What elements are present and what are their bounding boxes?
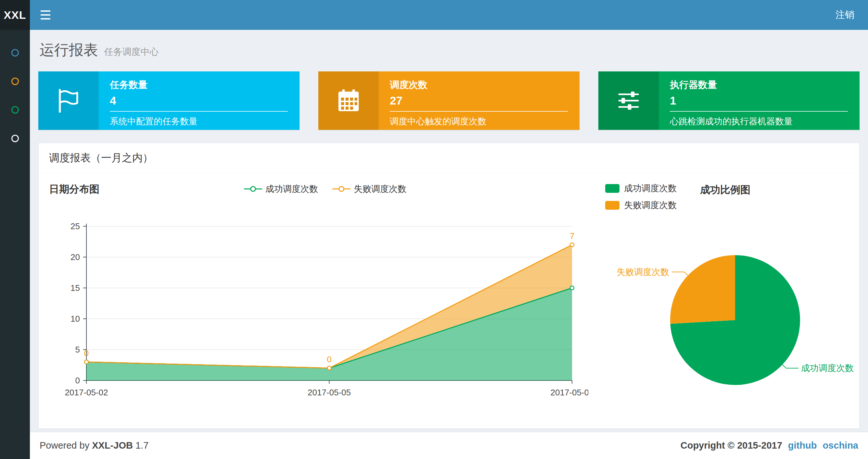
info-box-value: 27 [390, 94, 568, 107]
svg-text:2017-05-08: 2017-05-08 [551, 388, 589, 397]
info-box-icon-area [598, 71, 659, 130]
info-box-content: 调度次数 27 调度中心触发的调度次数 [379, 71, 580, 130]
sidebar-toggle-button[interactable] [30, 0, 61, 30]
circle-icon [11, 106, 19, 113]
sidebar-item-dashboard[interactable] [0, 38, 30, 67]
brand-name: XXL-JOB [92, 440, 133, 451]
svg-text:7: 7 [570, 231, 574, 241]
svg-text:失败调度次数: 失败调度次数 [617, 267, 669, 277]
powered-by: Powered by XXL-JOB 1.7 [40, 440, 149, 451]
copyright-area: Copyright © 2015-2017 github oschina [681, 440, 858, 451]
line-area-chart[interactable]: 05101520252017-05-022017-05-052017-05-08… [49, 208, 588, 416]
svg-text:2017-05-05: 2017-05-05 [308, 388, 351, 397]
info-box-content: 任务数量 4 系统中配置的任务数量 [99, 71, 300, 130]
sidebar-item-help[interactable] [0, 124, 30, 153]
divider [670, 111, 848, 112]
circle-icon [11, 135, 19, 142]
info-box-row: 任务数量 4 系统中配置的任务数量 [38, 71, 860, 130]
page-footer: Powered by XXL-JOB 1.7 Copyright © 2015-… [30, 432, 868, 459]
logout-button[interactable]: 注销 [822, 0, 868, 30]
flag-icon [56, 88, 81, 113]
sidebar-item-jobinfo[interactable] [0, 67, 30, 95]
legend-swatch-icon [605, 184, 619, 193]
pie-chart-header: 成功调度次数失败调度次数 成功比例图 [605, 183, 859, 211]
legend-label: 成功调度次数 [266, 183, 318, 195]
legend-item[interactable]: 成功调度次数 [244, 183, 318, 195]
copyright-text: Copyright © 2015-2017 [681, 440, 782, 451]
legend-line-marker-icon [332, 185, 350, 193]
report-panel-title: 调度报表（一月之内） [39, 143, 859, 173]
pie-chart-legend: 成功调度次数失败调度次数 [605, 183, 677, 211]
app-window: XXL 注销 运行报表 任务调度中心 [0, 0, 868, 459]
svg-text:20: 20 [70, 252, 80, 262]
hamburger-icon [41, 10, 50, 12]
legend-line-marker-icon [244, 185, 262, 193]
page-subtitle: 任务调度中心 [104, 47, 158, 57]
page-title: 运行报表 [40, 41, 98, 58]
main-content: 运行报表 任务调度中心 任务数量 4 系统中配置的任务数量 [30, 30, 868, 429]
svg-text:10: 10 [70, 314, 80, 324]
legend-label: 成功调度次数 [624, 183, 677, 194]
info-box-value: 4 [110, 94, 288, 107]
report-panel-body: 日期分布图 成功调度次数失败调度次数 05101520252017-05-022… [39, 173, 859, 428]
svg-text:15: 15 [70, 283, 80, 293]
svg-text:5: 5 [75, 345, 80, 355]
page-header: 运行报表 任务调度中心 [38, 39, 860, 60]
info-box-description: 心跳检测成功的执行器机器数量 [670, 116, 848, 127]
divider [390, 111, 568, 112]
legend-swatch-icon [605, 201, 619, 210]
info-box-title: 任务数量 [110, 78, 288, 92]
sliders-icon [616, 88, 641, 113]
svg-text:成功调度次数: 成功调度次数 [801, 363, 854, 373]
info-box-content: 执行器数量 1 心跳检测成功的执行器机器数量 [659, 71, 860, 130]
version: 1.7 [135, 440, 149, 451]
oschina-link[interactable]: oschina [823, 440, 858, 451]
svg-text:0: 0 [75, 375, 80, 385]
date-distribution-chart-area: 日期分布图 成功调度次数失败调度次数 05101520252017-05-022… [49, 183, 601, 416]
legend-label: 失败调度次数 [354, 183, 406, 195]
info-box-executor-count: 执行器数量 1 心跳检测成功的执行器机器数量 [598, 71, 860, 130]
github-link[interactable]: github [788, 440, 817, 451]
legend-item[interactable]: 成功调度次数 [605, 183, 677, 194]
legend-item[interactable]: 失败调度次数 [605, 199, 677, 211]
svg-text:2017-05-02: 2017-05-02 [65, 388, 108, 397]
circle-icon [11, 49, 19, 57]
info-box-trigger-count: 调度次数 27 调度中心触发的调度次数 [318, 71, 580, 130]
app-logo[interactable]: XXL [0, 0, 30, 30]
info-box-icon-area [38, 71, 99, 130]
success-ratio-chart-area: 成功调度次数失败调度次数 成功比例图 成功调度次数失败调度次数 [601, 183, 859, 416]
top-navbar: XXL 注销 [0, 0, 868, 30]
hamburger-icon [41, 14, 50, 15]
svg-text:25: 25 [70, 221, 80, 231]
info-box-description: 系统中配置的任务数量 [110, 116, 288, 127]
line-chart-legend: 成功调度次数失败调度次数 [49, 183, 601, 195]
info-box-title: 执行器数量 [670, 78, 848, 92]
info-box-icon-area [318, 71, 379, 130]
report-panel: 调度报表（一月之内） 日期分布图 成功调度次数失败调度次数 0510152025… [38, 143, 860, 429]
line-chart-header: 日期分布图 成功调度次数失败调度次数 [49, 183, 601, 201]
svg-text:0: 0 [327, 355, 331, 364]
circle-icon [11, 77, 19, 85]
info-box-description: 调度中心触发的调度次数 [390, 116, 568, 127]
info-box-value: 1 [670, 94, 848, 107]
legend-label: 失败调度次数 [624, 199, 677, 211]
divider [110, 111, 288, 112]
info-box-title: 调度次数 [390, 78, 568, 92]
calendar-icon [337, 89, 361, 112]
sidebar-item-joblog[interactable] [0, 95, 30, 124]
pie-chart[interactable]: 成功调度次数失败调度次数 [605, 220, 859, 414]
hamburger-icon [41, 18, 50, 20]
info-box-job-count: 任务数量 4 系统中配置的任务数量 [38, 71, 300, 130]
sidebar [0, 30, 30, 459]
svg-text:0: 0 [84, 348, 89, 358]
legend-item[interactable]: 失败调度次数 [332, 183, 406, 195]
pie-chart-title: 成功比例图 [700, 183, 750, 197]
